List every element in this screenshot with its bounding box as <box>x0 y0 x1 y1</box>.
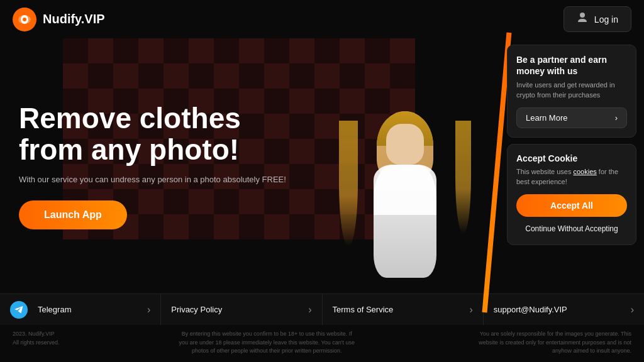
right-sidebar: Be a partner and earn money with us Invi… <box>499 38 644 293</box>
main-content: Remove clothesfrom any photo! With our s… <box>0 38 644 293</box>
chevron-right-icon: › <box>615 113 618 123</box>
cookie-card: Accept Cookie This website uses cookies … <box>507 144 636 245</box>
svg-point-2 <box>23 18 26 21</box>
disclaimer-text: By entering this website you confirm to … <box>179 330 355 356</box>
logo-icon <box>13 8 36 31</box>
tos-label: Terms of Service <box>333 305 394 314</box>
learn-more-button[interactable]: Learn More › <box>516 107 627 128</box>
hero-title: Remove clothesfrom any photo! <box>19 102 480 166</box>
learn-more-label: Learn More <box>526 113 567 123</box>
header: Nudify.VIP Log in <box>0 0 644 38</box>
chevron-icon: › <box>469 304 472 315</box>
footer-bottom: 2023. Nudify.VIPAll rights reserved. By … <box>0 325 644 353</box>
chevron-icon: › <box>147 304 150 315</box>
support-label: support@Nudify.VIP <box>494 305 567 314</box>
cookies-link[interactable]: cookies <box>573 168 596 175</box>
cookie-card-title: Accept Cookie <box>516 153 627 163</box>
footer-tos-link[interactable]: Terms of Service › <box>323 294 484 325</box>
telegram-icon <box>10 301 28 319</box>
logo-area: Nudify.VIP <box>13 8 105 31</box>
footer-support-link[interactable]: support@Nudify.VIP › <box>484 294 644 325</box>
continue-without-accepting-button[interactable]: Continue Without Accepting <box>516 222 627 236</box>
cookie-text-before: This website uses <box>516 168 573 175</box>
hero-subtitle: With our service you can undress any per… <box>19 173 480 186</box>
privacy-label: Privacy Policy <box>171 305 222 314</box>
footer-privacy-link[interactable]: Privacy Policy › <box>161 294 322 325</box>
person-icon <box>577 12 588 26</box>
hero-left: Remove clothesfrom any photo! With our s… <box>0 38 499 293</box>
responsibility-text: You are solely responsible for the image… <box>474 330 631 356</box>
partner-card-description: Invite users and get rewarded in crypto … <box>516 80 627 100</box>
partner-card-title: Be a partner and earn money with us <box>516 54 627 77</box>
login-button[interactable]: Log in <box>564 6 631 32</box>
cookie-card-description: This website uses cookies for the best e… <box>516 167 627 187</box>
launch-app-button[interactable]: Launch App <box>19 200 127 229</box>
partner-card: Be a partner and earn money with us Invi… <box>507 45 636 138</box>
login-label: Log in <box>594 14 618 25</box>
telegram-label: Telegram <box>38 305 71 314</box>
svg-point-3 <box>580 13 585 18</box>
logo-text: Nudify.VIP <box>43 12 105 26</box>
footer-telegram-link[interactable]: Telegram › <box>0 294 161 325</box>
telegram-left: Telegram <box>10 301 71 319</box>
chevron-icon: › <box>308 304 311 315</box>
copyright-text: 2023. Nudify.VIPAll rights reserved. <box>13 330 60 347</box>
chevron-icon: › <box>631 304 634 315</box>
accept-all-button[interactable]: Accept All <box>516 194 627 217</box>
footer-links-bar: Telegram › Privacy Policy › Terms of Ser… <box>0 293 644 325</box>
